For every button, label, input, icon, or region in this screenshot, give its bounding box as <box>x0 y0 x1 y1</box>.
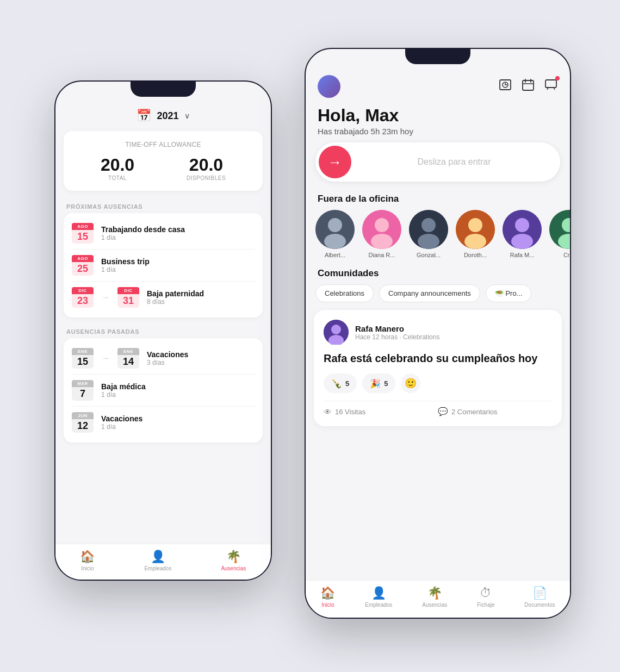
date-badge-2: AGO 25 <box>72 255 94 276</box>
slide-container[interactable]: → Desliza para entrar <box>315 142 560 182</box>
home-icon-back: 🏠 <box>80 550 95 564</box>
pasada-month-1b: ENE <box>117 348 139 355</box>
nav-ausencias-label-back: Ausencias <box>221 565 246 571</box>
pasada-badge-1b: ENE 14 <box>117 348 139 369</box>
day-3b: 31 <box>117 294 139 308</box>
time-off-numbers: 20.0 TOTAL 20.0 DISPONIBLES <box>75 155 252 181</box>
post-author-time: Hace 12 horas · Celebrations <box>355 333 439 341</box>
post-card[interactable]: Rafa Manero Hace 12 horas · Celebrations… <box>314 310 562 426</box>
calendar-icon-front[interactable] <box>521 78 535 95</box>
comment-icon: 💬 <box>438 407 448 416</box>
pasada-day-1a: 15 <box>72 355 94 369</box>
slide-label: Desliza para entrar <box>351 157 557 167</box>
nav-inicio-front[interactable]: 🏠 Inicio <box>320 586 335 608</box>
nav-empleados-front[interactable]: 👤 Empleados <box>365 586 392 608</box>
clock-icon-front: ⏱ <box>480 586 492 600</box>
pasada-month-3: JUN <box>72 412 94 419</box>
pasada-day-1b: 14 <box>117 355 139 369</box>
time-off-card: Time-off allowance 20.0 TOTAL 20.0 DISPO… <box>64 131 263 191</box>
communities-label: Comunidades <box>306 266 570 284</box>
absence-days-2: 1 día <box>101 266 150 273</box>
post-text: Rafa está celebrando su cumpleaños hoy <box>324 351 552 366</box>
svg-point-22 <box>515 218 529 232</box>
home-icon-front: 🏠 <box>320 586 335 600</box>
total-value: 20.0 <box>101 155 134 175</box>
absence-item-3[interactable]: DIC 23 → DIC 31 Baja paternidad 8 días <box>72 282 255 313</box>
person-name-3: Gonzal... <box>417 252 441 258</box>
palm-icon-back: 🌴 <box>226 550 241 564</box>
person-name-6: Cr... <box>563 252 570 258</box>
nav-ausencias-front[interactable]: 🌴 Ausencias <box>422 586 447 608</box>
person-card-2[interactable]: Diana R... <box>362 210 401 258</box>
pasada-badge-3: JUN 12 <box>72 412 94 433</box>
nav-fichaje-front[interactable]: ⏱ Fichaje <box>477 586 494 608</box>
reaction-1[interactable]: 🍾 5 <box>324 374 357 393</box>
pasada-days-2: 1 día <box>101 391 146 399</box>
absence-days-1: 1 día <box>101 234 185 241</box>
nav-inicio-label-back: Inicio <box>81 565 94 571</box>
employees-icon-front: 👤 <box>371 586 386 600</box>
eye-icon: 👁 <box>324 407 332 416</box>
reaction-count-2: 5 <box>384 379 388 388</box>
nav-empleados-back[interactable]: 👤 Empleados <box>144 550 171 571</box>
front-bottom-nav: 🏠 Inicio 👤 Empleados 🌴 Ausencias ⏱ Ficha… <box>306 580 570 618</box>
pasada-name-1: Vacaciones <box>147 350 188 359</box>
community-celebrations[interactable]: Celebrations <box>315 284 374 302</box>
reaction-2[interactable]: 🎉 5 <box>362 374 395 393</box>
person-avatar-4 <box>456 210 495 249</box>
pasada-day-3: 12 <box>72 419 94 433</box>
comments-stat[interactable]: 💬 2 Comentarios <box>438 407 552 416</box>
svg-point-28 <box>331 325 341 334</box>
month-2: AGO <box>72 255 94 262</box>
add-reaction-button[interactable]: 🙂 <box>401 374 420 393</box>
calendar-icon: 📅 <box>137 109 151 123</box>
disponibles-value: 20.0 <box>187 155 226 175</box>
messages-icon[interactable] <box>544 78 558 95</box>
slide-button[interactable]: → <box>319 146 351 178</box>
person-avatar-3 <box>409 210 448 249</box>
header-icons <box>498 78 558 95</box>
pasada-item-2[interactable]: MAR 7 Baja médica 1 día <box>72 375 255 407</box>
post-avatar <box>324 320 349 345</box>
svg-point-23 <box>511 234 533 249</box>
svg-point-11 <box>324 234 346 249</box>
svg-point-19 <box>468 218 482 232</box>
year-label: 2021 <box>157 110 178 122</box>
pasada-info-3: Vacaciones 1 día <box>101 414 142 431</box>
phone-front: Hola, Max Has trabajado 5h 23m hoy → Des… <box>305 48 571 619</box>
absence-info-3: Baja paternidad 8 días <box>147 289 204 306</box>
absence-item[interactable]: AGO 15 Trabajando desde casa 1 día <box>72 217 255 250</box>
absence-item-2[interactable]: AGO 25 Business trip 1 día <box>72 250 255 282</box>
absence-info-1: Trabajando desde casa 1 día <box>101 225 185 241</box>
community-announcements[interactable]: Company announcements <box>379 284 480 302</box>
absence-days-3: 8 días <box>147 298 204 306</box>
year-chevron[interactable]: ∨ <box>184 111 190 120</box>
timesheet-icon[interactable] <box>498 78 512 95</box>
person-card-5[interactable]: Rafa M... <box>503 210 542 258</box>
user-avatar[interactable] <box>318 75 340 98</box>
person-card-4[interactable]: Doroth... <box>456 210 495 258</box>
absence-info-2: Business trip 1 día <box>101 257 150 273</box>
person-card-3[interactable]: Gonzal... <box>409 210 448 258</box>
nav-documentos-label-front: Documentos <box>524 602 555 608</box>
out-of-office-label: Fuera de la oficina <box>306 191 570 210</box>
proximas-list: AGO 15 Trabajando desde casa 1 día AGO 2… <box>64 213 263 318</box>
pasada-item-3[interactable]: JUN 12 Vacaciones 1 día <box>72 407 255 438</box>
nav-ausencias-back[interactable]: 🌴 Ausencias <box>221 550 246 571</box>
emoji-2: 🎉 <box>370 378 381 389</box>
person-card-1[interactable]: Albert... <box>315 210 355 258</box>
nav-inicio-back[interactable]: 🏠 Inicio <box>80 550 95 571</box>
pasada-item-1[interactable]: ENE 15 → ENE 14 Vacaciones 3 días <box>72 343 255 375</box>
svg-point-20 <box>464 234 486 249</box>
nav-documentos-front[interactable]: 📄 Documentos <box>524 586 555 608</box>
total-label: TOTAL <box>101 175 134 181</box>
person-name-4: Doroth... <box>464 252 487 258</box>
front-phone-content: Hola, Max Has trabajado 5h 23m hoy → Des… <box>306 49 570 618</box>
greeting-text: Hola, Max <box>306 102 570 127</box>
community-pro[interactable]: 🥗 Pro... <box>486 284 532 302</box>
post-meta: Rafa Manero Hace 12 horas · Celebrations <box>355 324 439 341</box>
pasadas-list: ENE 15 → ENE 14 Vacaciones 3 días <box>64 338 263 443</box>
month-3b: DIC <box>117 287 139 294</box>
person-card-6[interactable]: Cr... <box>549 210 570 258</box>
employees-icon-back: 👤 <box>151 550 165 564</box>
